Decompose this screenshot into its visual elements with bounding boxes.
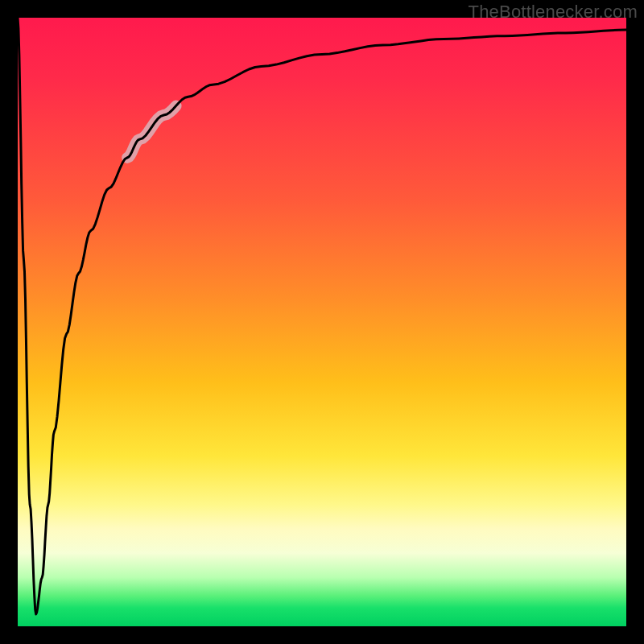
curve-main xyxy=(18,18,626,614)
attribution-label: TheBottleneсker.com xyxy=(469,2,638,23)
chart-frame: TheBottleneсker.com xyxy=(0,0,644,644)
chart-svg xyxy=(18,18,626,626)
chart-plot-area xyxy=(18,18,626,626)
